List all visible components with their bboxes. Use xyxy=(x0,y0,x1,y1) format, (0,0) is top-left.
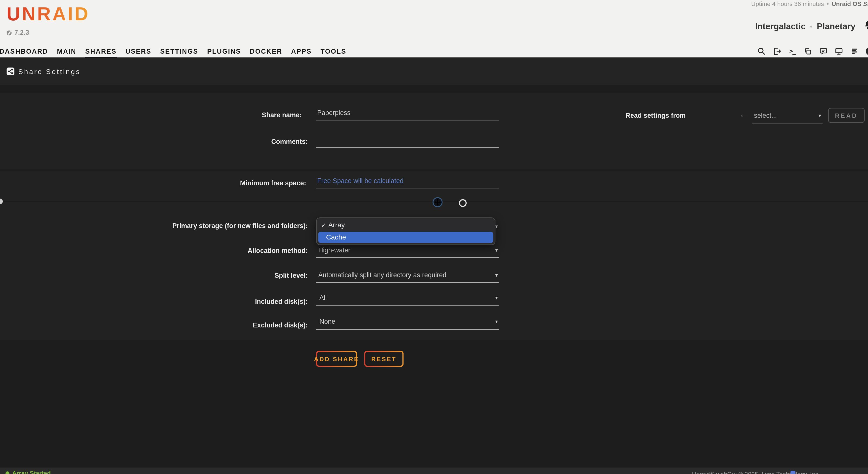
uptime-line: Uptime 4 hours 36 minutes•Unraid OS Star… xyxy=(751,0,868,7)
share-settings-page: Share Settings Share name: Read settings… xyxy=(0,58,868,468)
min-free-space-input[interactable] xyxy=(316,177,499,189)
nav-item-users[interactable]: USERS xyxy=(126,48,151,59)
server-name: Intergalactic xyxy=(755,21,806,31)
nav-item-tools[interactable]: TOOLS xyxy=(320,48,346,59)
read-button[interactable]: READ xyxy=(828,108,865,123)
move-cursor-icon xyxy=(432,197,443,210)
section-free-space: Minimum free space: xyxy=(0,171,868,201)
nav-item-settings[interactable]: SETTINGS xyxy=(160,48,198,59)
excluded-disks-label: Excluded disk(s): xyxy=(142,321,308,329)
nav-item-dashboard[interactable]: DASHBOARD xyxy=(0,48,48,59)
status-footer: Array Started Unraid® webGui © 2025, Lim… xyxy=(0,468,868,474)
dropdown-option-label: Array xyxy=(328,222,345,229)
arrow-left-icon: ← xyxy=(740,110,747,119)
version-dot-icon xyxy=(7,30,12,35)
footer-link-icon[interactable] xyxy=(790,471,796,474)
primary-storage-label: Primary storage (for new files and folde… xyxy=(86,222,308,230)
uptime-text: Uptime 4 hours 36 minutes xyxy=(751,0,824,7)
min-free-space-label: Minimum free space: xyxy=(140,179,306,187)
log-icon[interactable] xyxy=(850,47,859,55)
uptime-separator: • xyxy=(827,0,829,7)
checkmark-icon: ✓ xyxy=(321,222,328,229)
nav-item-main[interactable]: MAIN xyxy=(57,48,76,59)
read-settings-label: Read settings from xyxy=(626,112,681,120)
array-status-text: Array Started xyxy=(12,470,51,474)
nav-item-docker[interactable]: DOCKER xyxy=(250,48,282,59)
os-name: Unraid OS xyxy=(832,0,862,7)
comments-input[interactable] xyxy=(316,136,499,148)
unraid-webgui: UNRAID 7.2.3 Uptime 4 hours 36 minutes•U… xyxy=(0,0,868,474)
theme-toggle-icon[interactable] xyxy=(866,47,868,55)
section-identity: Share name: Read settings from ← select.… xyxy=(0,93,868,169)
copy-windows-icon[interactable] xyxy=(804,47,812,55)
included-disks-label: Included disk(s): xyxy=(142,298,308,305)
unraid-logo[interactable]: UNRAID xyxy=(7,3,90,25)
share-name-label: Share name: xyxy=(136,111,302,119)
nav-item-plugins[interactable]: PLUGINS xyxy=(207,48,241,59)
utility-icons: >_ xyxy=(757,47,868,55)
dropdown-option-array[interactable]: ✓ Array xyxy=(319,219,493,231)
terminal-icon[interactable]: >_ xyxy=(788,47,797,55)
dropdown-option-cache[interactable]: Cache xyxy=(318,232,493,243)
version-badge: 7.2.3 xyxy=(7,29,29,36)
version-label: 7.2.3 xyxy=(14,29,29,36)
logout-icon[interactable] xyxy=(773,47,781,55)
split-level-label: Split level: xyxy=(142,272,308,279)
reset-button[interactable]: RESET xyxy=(364,351,403,367)
server-description: Planetary xyxy=(817,21,855,31)
page-title-bar: Share Settings xyxy=(0,58,868,85)
license-type: Start xyxy=(863,0,868,7)
main-nav: DASHBOARD MAIN SHARES USERS SETTINGS PLU… xyxy=(0,48,346,59)
nav-item-apps[interactable]: APPS xyxy=(291,48,312,59)
status-dot-icon xyxy=(5,471,9,474)
page-title: Share Settings xyxy=(18,68,81,76)
display-settings-icon[interactable] xyxy=(835,47,843,55)
add-share-button[interactable]: ADD SHARE xyxy=(316,351,357,367)
nav-item-shares[interactable]: SHARES xyxy=(85,48,117,59)
server-separator: • xyxy=(810,22,812,30)
dropdown-option-label: Cache xyxy=(326,234,346,241)
allocation-method-label: Allocation method: xyxy=(142,247,308,255)
feedback-icon[interactable] xyxy=(819,47,828,55)
copyright-text: Unraid® webGui © 2025, Lime Technology, … xyxy=(692,471,820,474)
array-status: Array Started xyxy=(5,470,51,474)
read-settings-underline xyxy=(752,114,823,124)
top-header: UNRAID 7.2.3 Uptime 4 hours 36 minutes•U… xyxy=(0,0,868,58)
search-icon[interactable] xyxy=(757,47,766,55)
share-name-input[interactable] xyxy=(316,109,499,121)
small-circle-indicator xyxy=(459,199,467,207)
primary-storage-dropdown: ✓ Array Cache xyxy=(316,217,496,245)
comments-label: Comments: xyxy=(142,138,308,145)
notifications-bell-icon[interactable] xyxy=(864,21,868,32)
server-identity: Intergalactic • Planetary xyxy=(755,21,868,32)
share-icon xyxy=(7,68,14,75)
